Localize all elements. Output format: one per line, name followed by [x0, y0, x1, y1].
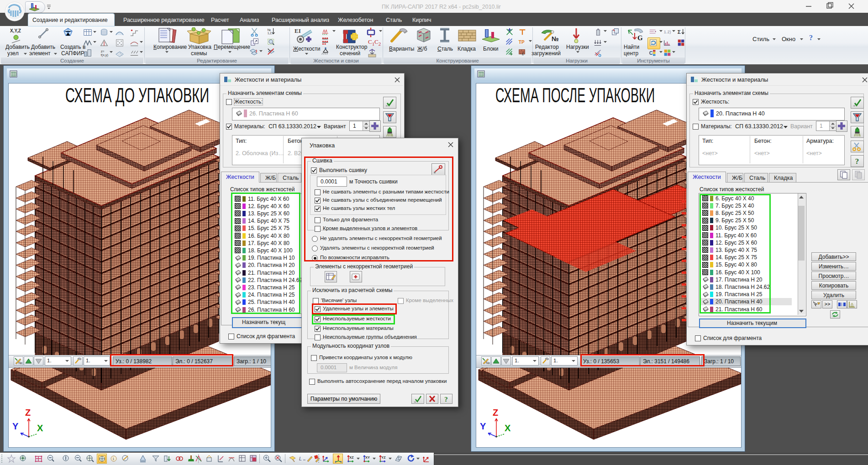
svg-text:L: L — [299, 456, 302, 461]
svg-text:X: X — [505, 423, 511, 433]
svg-text:ТР: ТР — [519, 40, 525, 45]
svg-text:1: 1 — [112, 457, 115, 461]
svg-text:№: № — [552, 35, 559, 42]
svg-text:G: G — [637, 34, 643, 42]
svg-text:1.2): 1.2) — [664, 30, 671, 34]
svg-text:I: I — [841, 302, 842, 307]
svg-text:Z: Z — [25, 408, 31, 418]
svg-text:№: № — [486, 361, 490, 365]
svg-text:Z: Z — [493, 408, 498, 418]
svg-text:XZ: XZ — [349, 455, 354, 460]
svg-text:YZ: YZ — [381, 455, 386, 460]
svg-text:№: № — [18, 361, 22, 365]
svg-text:?: ? — [444, 396, 448, 403]
svg-text:XY: XY — [365, 455, 370, 460]
svg-text:Y: Y — [12, 421, 19, 431]
svg-text:C: C — [649, 50, 653, 56]
svg-text:?: ? — [855, 157, 859, 166]
svg-text:£: £ — [522, 52, 524, 56]
svg-text:f(x,y): f(x,y) — [101, 53, 108, 57]
svg-text:X: X — [37, 423, 43, 433]
svg-text:1,2,: 1,2, — [268, 31, 273, 35]
svg-text:Y: Y — [480, 421, 486, 431]
svg-text:Σ: Σ — [678, 29, 681, 35]
